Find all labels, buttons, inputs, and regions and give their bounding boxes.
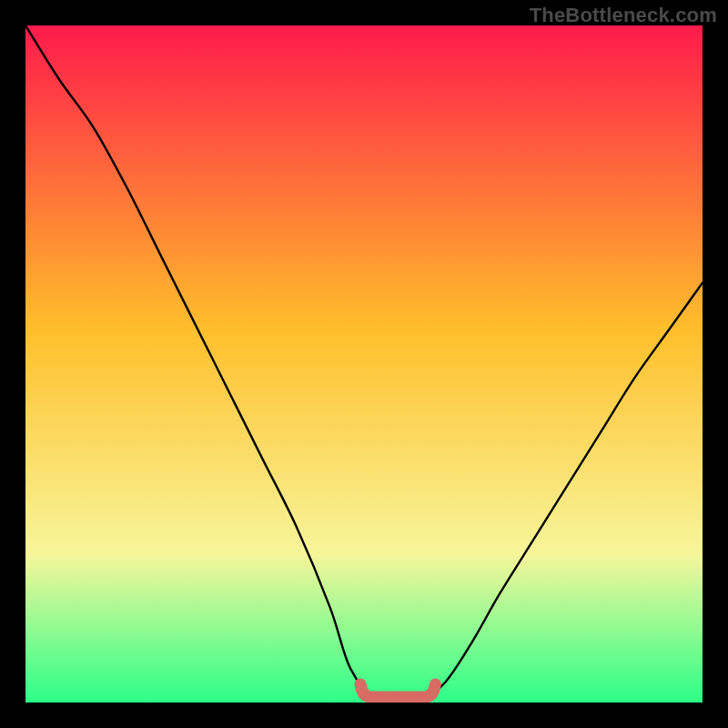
plot-area (25, 25, 703, 703)
gradient-background (25, 25, 703, 703)
bottleneck-chart (25, 25, 703, 703)
watermark-text: TheBottleneck.com (530, 4, 717, 27)
chart-frame: TheBottleneck.com (0, 0, 728, 728)
